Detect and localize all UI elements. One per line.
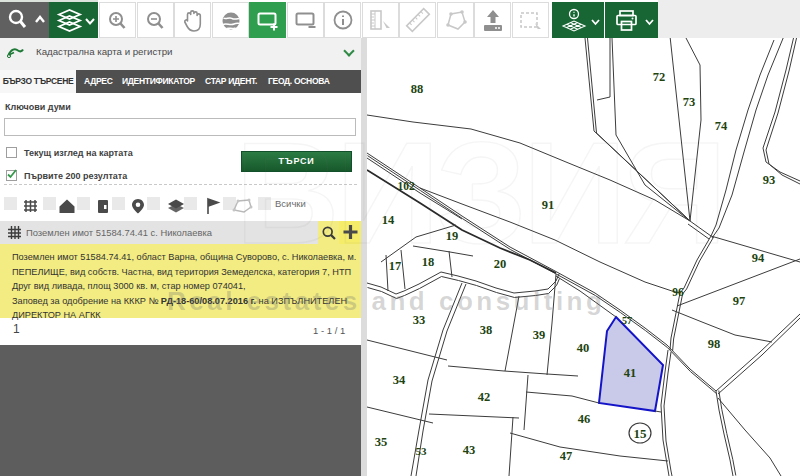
svg-text:34: 34 [393, 373, 406, 387]
svg-text:46: 46 [578, 412, 591, 426]
svg-text:88: 88 [411, 82, 424, 96]
svg-text:40: 40 [577, 341, 590, 355]
svg-text:38: 38 [480, 323, 493, 337]
svg-text:72: 72 [653, 70, 666, 84]
svg-text:73: 73 [683, 95, 696, 109]
svg-text:41: 41 [624, 366, 637, 380]
svg-text:47: 47 [560, 449, 573, 463]
svg-text:15: 15 [634, 426, 648, 441]
svg-text:43: 43 [463, 443, 476, 457]
svg-text:53: 53 [416, 445, 428, 457]
svg-text:42: 42 [478, 390, 491, 404]
svg-text:35: 35 [375, 435, 388, 449]
svg-text:39: 39 [533, 328, 546, 342]
svg-text:98: 98 [708, 337, 721, 351]
